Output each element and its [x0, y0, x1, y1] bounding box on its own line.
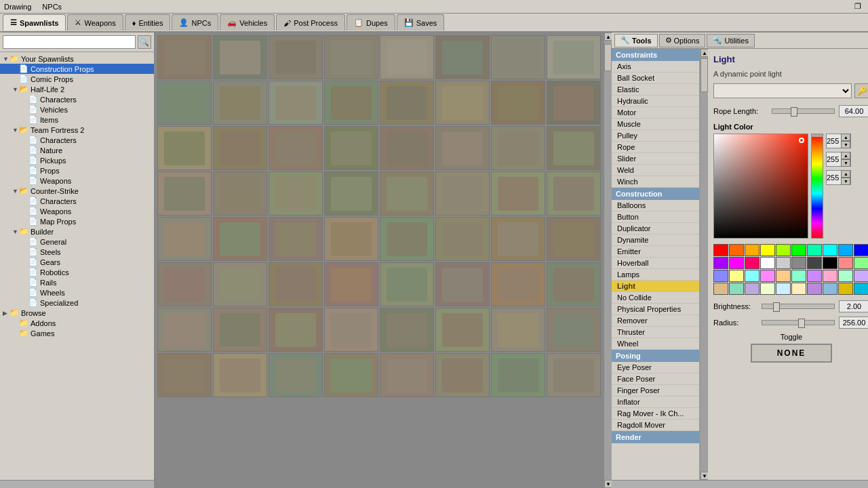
spawn-item[interactable] [213, 217, 267, 261]
color-preset-27[interactable] [823, 270, 837, 282]
tab-post-process[interactable]: 🖌 Post Process [276, 14, 345, 30]
spawn-item[interactable] [380, 81, 434, 125]
tree-item-cs-characters[interactable]: 📄Characters [0, 196, 154, 206]
spawn-item[interactable] [547, 353, 601, 397]
spawn-item[interactable] [491, 81, 545, 125]
tab-tools[interactable]: 🔧 Tools [614, 34, 658, 47]
color-preset-9[interactable] [854, 244, 868, 256]
spawn-item[interactable] [157, 217, 212, 261]
construction-item-emitter[interactable]: Emitter [612, 246, 699, 258]
color-preset-1[interactable] [729, 244, 744, 256]
spawn-item[interactable] [269, 217, 323, 261]
construction-item-duplicator[interactable]: Duplicator [612, 223, 699, 235]
tree-item-builder-specialized[interactable]: 📄Specialized [0, 298, 154, 308]
tree-item-cs-weapons[interactable]: 📄Weapons [0, 206, 154, 216]
color-preset-35[interactable] [791, 283, 806, 295]
color-preset-8[interactable] [838, 244, 853, 256]
color-preset-3[interactable] [760, 244, 775, 256]
color-preset-22[interactable] [745, 270, 760, 282]
spawn-item[interactable] [380, 262, 434, 306]
tab-dupes[interactable]: 📋 Dupes [347, 14, 395, 30]
tab-npcs[interactable]: 👤 NPCs [172, 14, 218, 30]
tree-item-builder-robotics[interactable]: 📄Robotics [0, 267, 154, 277]
spawn-item[interactable] [269, 81, 323, 125]
radius-thumb[interactable] [798, 319, 805, 328]
constraint-item-weld[interactable]: Weld [612, 165, 699, 176]
constraint-item-hydraulic[interactable]: Hydraulic [612, 96, 699, 107]
color-preset-6[interactable] [807, 244, 822, 256]
spawn-item[interactable] [213, 171, 267, 216]
tree-item-comic-props[interactable]: 📄Comic Props [0, 74, 154, 84]
color-hue-bar[interactable] [811, 134, 823, 239]
color-preset-20[interactable] [713, 270, 728, 282]
color-b-down[interactable]: ▼ [841, 178, 850, 185]
color-preset-10[interactable] [713, 257, 728, 269]
color-g-down[interactable]: ▼ [841, 159, 850, 167]
color-preset-16[interactable] [807, 257, 822, 269]
color-preset-14[interactable] [776, 257, 791, 269]
brightness-track[interactable] [762, 304, 835, 309]
color-preset-2[interactable] [745, 244, 760, 256]
constraint-item-ball-socket[interactable]: Ball Socket [612, 73, 699, 84]
color-g-up[interactable]: ▲ [841, 152, 850, 159]
spawn-item[interactable] [157, 81, 212, 125]
spawn-item[interactable] [157, 35, 212, 79]
color-preset-37[interactable] [823, 283, 837, 295]
spawn-item[interactable] [435, 217, 490, 261]
color-preset-24[interactable] [776, 270, 791, 282]
construction-item-physical-properties[interactable]: Physical Properties [612, 304, 699, 315]
color-preset-28[interactable] [838, 270, 853, 282]
construction-item-lamps[interactable]: Lamps [612, 269, 699, 281]
tree-item-tf2-pickups[interactable]: 📄Pickups [0, 155, 154, 165]
maximize-btn[interactable]: ❐ [854, 2, 861, 11]
tab-vehicles[interactable]: 🚗 Vehicles [220, 14, 275, 30]
constraint-item-elastic[interactable]: Elastic [612, 84, 699, 96]
tree-item-builder-wheels[interactable]: 📄Wheels [0, 287, 154, 298]
color-preset-21[interactable] [729, 270, 744, 282]
constraint-item-muscle[interactable]: Muscle [612, 119, 699, 130]
color-preset-18[interactable] [838, 257, 853, 269]
posing-item-finger-poser[interactable]: Finger Poser [612, 385, 699, 396]
spawn-item[interactable] [547, 171, 601, 216]
bottom-scroll-h[interactable] [0, 480, 154, 488]
brightness-thumb[interactable] [773, 302, 780, 312]
tree-item-tf2-weapons[interactable]: 📄Weapons [0, 176, 154, 186]
tree-item-builder-general[interactable]: 📄General [0, 237, 154, 247]
color-preset-0[interactable] [713, 244, 728, 256]
spawn-item[interactable] [547, 35, 601, 79]
right-bottom-scroll[interactable] [612, 480, 868, 488]
construction-item-dynamite[interactable]: Dynamite [612, 235, 699, 246]
spawn-item[interactable] [435, 171, 490, 216]
spawn-item[interactable] [435, 35, 490, 79]
color-preset-25[interactable] [791, 270, 806, 282]
spawn-item[interactable] [547, 81, 601, 125]
spawn-item[interactable] [269, 126, 323, 170]
posing-item-eye-poser[interactable]: Eye Poser [612, 362, 699, 373]
spawn-item[interactable] [324, 217, 378, 261]
tree-item-tf2-props[interactable]: 📄Props [0, 165, 154, 176]
color-preset-36[interactable] [807, 283, 822, 295]
tree-item-hl2-vehicles[interactable]: 📄Vehicles [0, 104, 154, 115]
spawn-item[interactable] [491, 262, 545, 306]
tree-item-counter-strike[interactable]: ▼ 📂Counter-Strike [0, 186, 154, 196]
spawn-item[interactable] [435, 353, 490, 397]
construction-item-balloons[interactable]: Balloons [612, 200, 699, 211]
spawn-item[interactable] [435, 262, 490, 306]
menu-npcs[interactable]: NPCs [42, 3, 62, 11]
spawn-item[interactable] [491, 353, 545, 397]
tree-item-your-spawnlists[interactable]: ▼ 📁Your Spawnlists [0, 54, 154, 64]
search-button[interactable]: 🔍 [138, 35, 151, 49]
spawn-item[interactable] [157, 308, 212, 352]
spawn-item[interactable] [491, 217, 545, 261]
tree-item-browse[interactable]: ▶ 📁Browse [0, 308, 154, 318]
tree-item-builder[interactable]: ▼ 📁Builder [0, 226, 154, 237]
color-preset-33[interactable] [760, 283, 775, 295]
color-preset-5[interactable] [791, 244, 806, 256]
tab-options[interactable]: ⚙ Options [659, 34, 706, 47]
color-preset-11[interactable] [729, 257, 744, 269]
spawn-item[interactable] [380, 353, 434, 397]
spawn-item[interactable] [380, 35, 434, 79]
tab-weapons[interactable]: ⚔ Weapons [67, 14, 123, 30]
posing-item-ragdoll-mover[interactable]: Ragdoll Mover [612, 420, 699, 431]
spawn-item[interactable] [213, 35, 267, 79]
